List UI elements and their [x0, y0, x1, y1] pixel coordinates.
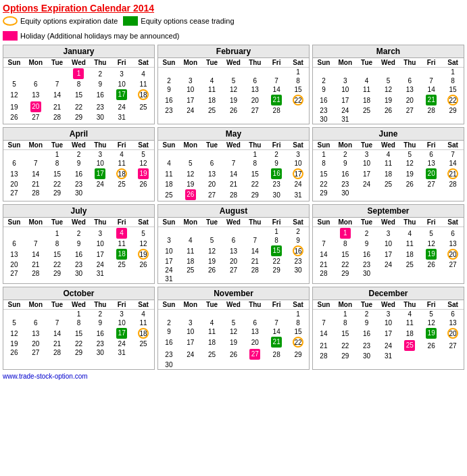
cal-cell: 6	[223, 236, 245, 245]
cal-table: SunMonTueWedThuFriSat1234567891011121314…	[158, 218, 309, 283]
cal-cell: 23	[356, 339, 378, 352]
legend: Equity options expiration date Equity op…	[3, 16, 464, 41]
day-header: Sun	[3, 218, 25, 227]
cal-cell: 21	[313, 260, 335, 269]
cal-cell	[201, 275, 223, 283]
cal-cell: 1	[266, 227, 287, 237]
cal-cell	[132, 269, 154, 278]
cal-row: 3456789	[158, 236, 309, 245]
expiry-day: 19	[138, 249, 149, 260]
cal-cell	[89, 189, 111, 197]
day-header: Fri	[111, 58, 132, 68]
cal-cell: 25	[201, 348, 223, 360]
day-header: Sun	[313, 58, 335, 68]
cal-cell: 29	[68, 348, 90, 357]
cal-cell: 14	[25, 168, 47, 180]
cal-cell: 20	[25, 339, 47, 348]
cal-cell: 19	[132, 248, 154, 260]
cal-cell: 10	[111, 80, 132, 89]
cal-cell	[442, 269, 464, 278]
cal-cell: 27	[442, 260, 464, 269]
cal-row: 2345678	[158, 76, 309, 85]
holiday-day: 1	[340, 228, 351, 239]
cal-cell: 26	[3, 348, 25, 357]
cal-cell: 29	[244, 189, 266, 201]
cal-cell: 12	[132, 239, 154, 248]
cal-cell: 7	[420, 76, 442, 85]
cal-cell: 29	[287, 348, 309, 360]
cal-row: 1234	[3, 310, 154, 319]
cal-cell: 30	[158, 360, 180, 369]
day-header: Tue	[356, 58, 378, 68]
cal-cell: 15	[47, 168, 68, 180]
cal-cell	[244, 275, 266, 283]
cal-row: 21222324252627	[313, 260, 464, 269]
cal-cell: 14	[313, 248, 335, 260]
cal-cell: 3	[111, 310, 132, 319]
cal-row: 14151617181920	[313, 327, 464, 339]
cal-cell: 31	[89, 269, 111, 278]
cal-cell: 10	[180, 327, 201, 336]
cal-cell: 11	[201, 327, 223, 336]
cal-cell	[244, 360, 266, 369]
cal-cell: 18	[132, 327, 154, 339]
cal-cell	[158, 310, 180, 319]
month-september: SeptemberSunMonTueWedThuFriSat1234567891…	[312, 204, 464, 284]
cal-cell: 18	[180, 257, 201, 266]
cal-cell: 8	[47, 159, 68, 168]
cal-cell	[287, 106, 309, 115]
cal-cell: 28	[244, 266, 266, 275]
cal-cell: 25	[201, 106, 223, 115]
cal-cell: 20	[442, 327, 464, 339]
cal-cell	[287, 360, 309, 369]
legend-holiday-item: Holiday (Additional holidays may be anno…	[3, 31, 464, 41]
cal-cell: 17	[335, 94, 356, 106]
cal-cell: 1	[68, 68, 90, 80]
cal-cell: 27	[201, 189, 223, 201]
cal-row: 6789101112	[3, 239, 154, 248]
holiday-icon	[3, 31, 18, 41]
cal-cell: 1	[335, 227, 356, 240]
day-header: Tue	[201, 300, 223, 310]
expiry-day: 18	[116, 168, 127, 179]
cal-cell: 2	[287, 227, 309, 237]
cal-cell	[399, 189, 420, 197]
cal-cell: 14	[244, 245, 266, 257]
cal-cell	[3, 150, 25, 160]
cal-cell: 11	[399, 239, 420, 248]
cal-cell: 21	[25, 260, 47, 269]
day-header: Fri	[420, 300, 442, 310]
cal-cell: 26	[399, 180, 420, 189]
cal-cell	[158, 227, 180, 237]
cal-cell: 2	[68, 150, 90, 160]
cal-cell: 11	[399, 318, 420, 327]
cal-cell: 29	[47, 269, 68, 278]
cease-day: 19	[426, 328, 437, 339]
cal-cell: 10	[287, 159, 309, 168]
cal-table: SunMonTueWedThuFriSat1234567891011121314…	[3, 58, 154, 122]
cal-cell: 20	[3, 180, 25, 189]
cal-cell	[335, 68, 356, 77]
cal-cell	[420, 115, 442, 124]
holiday-day: 20	[30, 101, 41, 112]
cal-row: 16171819202122	[313, 94, 464, 106]
day-header: Fri	[111, 300, 132, 310]
cal-cell: 14	[313, 327, 335, 339]
day-header: Sun	[3, 58, 25, 68]
cal-cell: 3	[180, 76, 201, 85]
cal-cell: 3	[89, 150, 111, 160]
day-header: Sat	[287, 141, 309, 150]
cal-cell: 22	[266, 257, 287, 266]
cal-cell: 6	[201, 159, 223, 168]
month-april: AprilSunMonTueWedThuFriSat12345678910111…	[3, 127, 155, 201]
cal-cell: 23	[356, 260, 378, 269]
month-july: JulySunMonTueWedThuFriSat123456789101112…	[3, 204, 155, 284]
cal-row: 1	[158, 310, 309, 319]
month-header: December	[313, 287, 464, 300]
month-may: MaySunMonTueWedThuFriSat1234567891011121…	[157, 127, 310, 201]
day-header: Sun	[158, 300, 180, 310]
holiday-day: 25	[404, 340, 415, 351]
cal-cell: 27	[3, 189, 25, 197]
cal-cell: 21	[223, 180, 245, 189]
cal-cell	[287, 275, 309, 283]
